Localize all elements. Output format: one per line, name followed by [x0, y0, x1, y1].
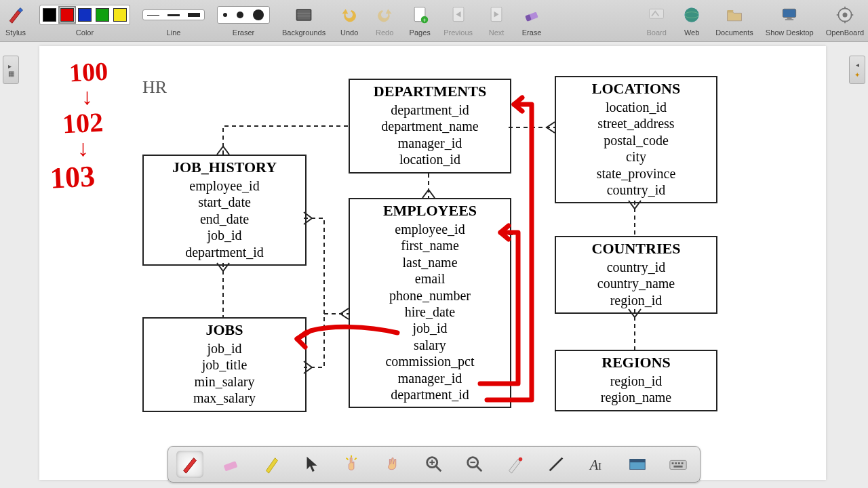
line-tool[interactable] — [542, 451, 570, 478]
previous-icon — [447, 3, 470, 26]
right-panel-handle[interactable]: ◂✦ — [849, 56, 865, 84]
table-regions: REGIONS region_id region_name — [555, 350, 717, 411]
next-icon — [485, 3, 508, 26]
show-desktop-icon[interactable] — [778, 3, 801, 26]
hand-tool[interactable] — [380, 451, 407, 478]
show-desktop-label: Show Desktop — [766, 28, 814, 37]
countries-cols: country_id country_name region_id — [556, 259, 716, 312]
svg-line-36 — [550, 458, 563, 471]
departments-cols: department_id department_name manager_id… — [350, 102, 510, 172]
line-group: Line — [142, 3, 205, 37]
board-label: Board — [646, 28, 666, 37]
eraser-large[interactable] — [253, 9, 264, 20]
board-icon[interactable] — [645, 3, 668, 26]
color-yellow[interactable] — [113, 8, 127, 22]
whiteboard-page[interactable]: HR 100 ↓ 102 ↓ 103 JOB_HISTORY employee_… — [39, 46, 826, 480]
pages-group[interactable]: + Pages — [408, 3, 431, 37]
redo-group: Redo — [373, 3, 396, 37]
handwriting-103: 103 — [50, 159, 96, 195]
board-group[interactable]: Board — [645, 3, 668, 37]
keyboard-tool[interactable] — [665, 451, 692, 478]
previous-label: Previous — [443, 28, 473, 37]
svg-rect-16 — [787, 18, 792, 20]
eraser-size-picker — [217, 6, 270, 24]
departments-title: DEPARTMENTS — [350, 80, 510, 102]
employees-cols: employee_id first_name last_name email p… — [350, 221, 510, 407]
jobs-cols: job_id job_title min_salary max_salary — [144, 340, 305, 411]
openboard-group[interactable]: OpenBoard — [826, 3, 864, 37]
pages-label: Pages — [410, 28, 431, 37]
svg-text:A: A — [589, 458, 599, 472]
previous-group: Previous — [443, 3, 473, 37]
color-black[interactable] — [43, 8, 56, 22]
svg-point-35 — [519, 458, 523, 462]
documents-group[interactable]: Documents — [715, 3, 753, 37]
svg-rect-1 — [297, 10, 310, 20]
jobs-title: JOBS — [144, 319, 305, 340]
next-label: Next — [489, 28, 505, 37]
svg-rect-24 — [224, 461, 238, 471]
bottom-dock: AI — [167, 446, 701, 483]
color-green[interactable] — [96, 8, 109, 22]
locations-title: LOCATIONS — [556, 77, 716, 99]
top-toolbar: Stylus Color Line — [0, 0, 868, 42]
workspace: ▸▦ ◂✦ HR 100 ↓ 102 ↓ 103 JOB_HISTORY emp… — [0, 42, 868, 488]
svg-text:I: I — [598, 461, 601, 472]
erase-group[interactable]: Erase — [520, 3, 543, 37]
line-thin[interactable] — [147, 15, 159, 16]
table-jobs: JOBS job_id job_title min_salary max_sal… — [142, 317, 307, 412]
handwriting-100: 100 — [68, 56, 108, 88]
schema-name: HR — [142, 77, 167, 98]
capture-tool[interactable] — [624, 451, 651, 478]
countries-title: COUNTRIES — [556, 237, 716, 259]
eraser-tool[interactable] — [217, 451, 244, 478]
show-desktop-group[interactable]: Show Desktop — [766, 3, 814, 37]
web-icon[interactable] — [680, 3, 703, 26]
eraser-small[interactable] — [223, 13, 227, 17]
undo-icon[interactable] — [338, 3, 361, 26]
redo-label: Redo — [376, 28, 393, 37]
svg-line-26 — [355, 458, 357, 460]
pen-tool[interactable] — [176, 451, 203, 478]
undo-label: Undo — [340, 28, 358, 37]
table-employees: EMPLOYEES employee_id first_name last_na… — [349, 198, 511, 408]
color-red[interactable] — [60, 8, 74, 22]
text-tool[interactable]: AI — [583, 451, 610, 478]
table-locations: LOCATIONS location_id street_address pos… — [555, 76, 717, 203]
color-group: Color — [39, 3, 130, 37]
svg-rect-42 — [672, 462, 674, 464]
left-panel-handle[interactable]: ▸▦ — [3, 56, 19, 84]
openboard-icon[interactable] — [833, 3, 856, 26]
web-group[interactable]: Web — [680, 3, 703, 37]
locations-cols: location_id street_address postal_code c… — [556, 99, 716, 202]
zoom-in-tool[interactable] — [420, 451, 448, 478]
job-history-title: JOB_HISTORY — [144, 156, 305, 178]
eraser-label: Eraser — [233, 28, 254, 37]
web-label: Web — [684, 28, 699, 37]
svg-rect-14 — [727, 10, 733, 13]
backgrounds-group[interactable]: Backgrounds — [282, 3, 326, 37]
undo-group[interactable]: Undo — [338, 3, 361, 37]
line-thick[interactable] — [188, 13, 200, 17]
pointer-tool[interactable] — [298, 451, 326, 478]
backgrounds-icon[interactable] — [292, 3, 315, 26]
documents-icon[interactable] — [723, 3, 746, 26]
svg-line-33 — [477, 466, 482, 472]
pages-icon[interactable]: + — [408, 3, 431, 26]
color-blue[interactable] — [78, 8, 92, 22]
laser-tool[interactable] — [502, 451, 529, 478]
erase-icon[interactable] — [520, 3, 543, 26]
svg-rect-41 — [670, 460, 686, 469]
line-med[interactable] — [167, 14, 180, 16]
documents-label: Documents — [715, 28, 753, 37]
stylus-icon[interactable] — [4, 3, 27, 26]
svg-rect-43 — [675, 462, 677, 464]
svg-rect-40 — [630, 460, 646, 463]
employees-title: EMPLOYEES — [350, 199, 510, 221]
marker-tool[interactable] — [258, 451, 285, 478]
table-job-history: JOB_HISTORY employee_id start_date end_d… — [142, 155, 307, 266]
stylus-label: Stylus — [5, 28, 26, 37]
zoom-out-tool[interactable] — [461, 451, 488, 478]
eraser-med[interactable] — [237, 12, 243, 18]
interact-tool[interactable] — [339, 451, 366, 478]
